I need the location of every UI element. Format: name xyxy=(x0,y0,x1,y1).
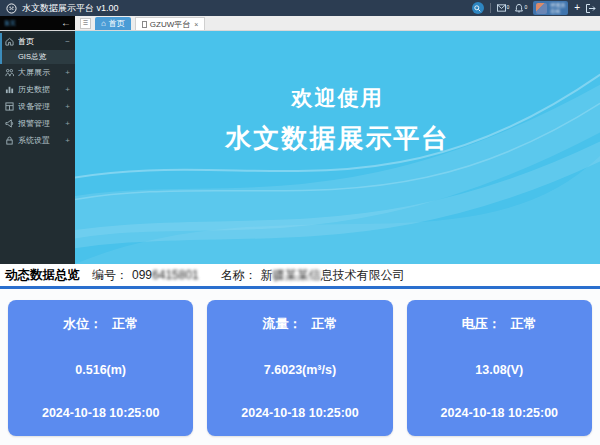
sidebar-subitem-label: GIS总览 xyxy=(18,52,46,62)
card-value: 7.6023(m³/s) xyxy=(207,363,392,377)
new-tab-button[interactable]: + xyxy=(574,3,580,13)
welcome-message: 欢迎使用 水文数据展示平台 xyxy=(75,31,600,156)
status-badge: 正常 xyxy=(511,316,537,331)
tab-home[interactable]: ⌂ 首页 xyxy=(95,17,131,30)
water-level-card[interactable]: 水位：正常 0.516(m) 2024-10-18 10:25:00 xyxy=(8,300,193,436)
sidebar-header-label: 首页 xyxy=(4,19,16,28)
alerts-button[interactable]: 0 xyxy=(515,4,527,13)
sidebar-item-label: 设备管理 xyxy=(18,101,61,112)
sidebar-item-alarms[interactable]: 报警管理 + xyxy=(0,115,75,132)
card-title: 水位：正常 xyxy=(8,315,193,333)
avatar xyxy=(536,3,547,14)
card-value: 0.516(m) xyxy=(8,363,193,377)
welcome-pane: 欢迎使用 水文数据展示平台 xyxy=(75,31,600,264)
search-icon xyxy=(474,5,481,12)
expand-icon: + xyxy=(65,119,70,128)
expand-icon: + xyxy=(65,68,70,77)
sidebar: 首页 − GIS总览 大屏展示 + 历史数据 + xyxy=(0,31,75,264)
envelope-icon xyxy=(497,4,506,12)
middle-region: 首页 − GIS总览 大屏展示 + 历史数据 + xyxy=(0,31,600,264)
home-icon xyxy=(5,37,14,46)
card-title: 流量：正常 xyxy=(207,315,392,333)
user-menu[interactable]: 管理员 在线 xyxy=(533,1,568,15)
tab-row: 首页 ← ☰ ⌂ 首页 GZUW平台 × xyxy=(0,16,600,31)
hamburger-icon: ☰ xyxy=(83,20,88,26)
logout-icon[interactable] xyxy=(586,4,596,13)
megaphone-icon xyxy=(5,119,14,128)
close-tab-icon[interactable]: × xyxy=(194,21,198,28)
tab-strip: ☰ ⌂ 首页 GZUW平台 × xyxy=(75,16,600,30)
card-timestamp: 2024-10-18 10:25:00 xyxy=(207,406,392,420)
document-icon xyxy=(142,21,147,28)
expand-icon: + xyxy=(65,85,70,94)
app-title: 水文数据展示平台 v1.00 xyxy=(22,2,119,15)
censored-name: 疆某某信 xyxy=(273,268,321,282)
censored-code: 6415801 xyxy=(152,268,199,282)
sidebar-item-label: 系统设置 xyxy=(18,135,61,146)
sidebar-item-settings[interactable]: 系统设置 + xyxy=(0,132,75,149)
table-icon xyxy=(5,102,14,111)
alerts-badge: 0 xyxy=(524,4,527,10)
station-code-label: 编号： xyxy=(92,267,128,284)
back-arrow-button[interactable]: ← xyxy=(61,18,71,28)
voltage-card[interactable]: 电压：正常 13.08(V) 2024-10-18 10:25:00 xyxy=(407,300,592,436)
welcome-line2: 水文数据展示平台 xyxy=(75,121,600,156)
sidebar-item-label: 历史数据 xyxy=(18,84,61,95)
sidebar-item-home[interactable]: 首页 − xyxy=(2,33,75,50)
user-info: 管理员 在线 xyxy=(550,2,565,14)
sidebar-item-history[interactable]: 历史数据 + xyxy=(0,81,75,98)
sidebar-group-home: 首页 − GIS总览 xyxy=(0,33,75,64)
card-value: 13.08(V) xyxy=(407,363,592,377)
card-title: 电压：正常 xyxy=(407,315,592,333)
app-logo-icon xyxy=(6,3,17,14)
welcome-line1: 欢迎使用 xyxy=(75,84,600,112)
expand-icon: + xyxy=(65,136,70,145)
sidebar-item-label: 大屏展示 xyxy=(18,67,61,78)
card-timestamp: 2024-10-18 10:25:00 xyxy=(8,406,193,420)
station-code-value: 0996415801 xyxy=(132,268,199,282)
messages-button[interactable]: 0 xyxy=(497,4,510,12)
user-role: 在线 xyxy=(550,8,565,14)
sidebar-item-devices[interactable]: 设备管理 + xyxy=(0,98,75,115)
screen-icon xyxy=(5,68,14,77)
sidebar-item-bigscreen[interactable]: 大屏展示 + xyxy=(0,64,75,81)
station-info-bar: 动态数据总览 编号： 0996415801 名称： 新疆某某信息技术有限公司 xyxy=(0,264,600,286)
card-timestamp: 2024-10-18 10:25:00 xyxy=(407,406,592,420)
status-badge: 正常 xyxy=(112,316,138,331)
bar-chart-icon xyxy=(5,85,14,94)
status-badge: 正常 xyxy=(311,316,337,331)
collapse-icon: − xyxy=(65,37,70,46)
sidebar-item-gis-overview[interactable]: GIS总览 xyxy=(2,50,75,64)
expand-icon: + xyxy=(65,102,70,111)
station-name-value: 新疆某某信息技术有限公司 xyxy=(261,267,405,284)
search-button[interactable] xyxy=(472,2,484,14)
messages-badge: 0 xyxy=(507,4,510,10)
lock-icon xyxy=(5,136,14,145)
flow-rate-card[interactable]: 流量：正常 7.6023(m³/s) 2024-10-18 10:25:00 xyxy=(207,300,392,436)
section-title: 动态数据总览 xyxy=(5,267,80,284)
topbar-separator xyxy=(490,3,491,13)
sidebar-item-label: 报警管理 xyxy=(18,118,61,129)
collapse-sidebar-button[interactable]: ☰ xyxy=(80,18,91,29)
station-name-label: 名称： xyxy=(221,267,257,284)
top-bar: 水文数据展示平台 v1.00 0 0 管理员 xyxy=(0,0,600,16)
sidebar-item-label: 首页 xyxy=(18,36,61,47)
bell-icon xyxy=(515,4,523,13)
tab-gzuw[interactable]: GZUW平台 × xyxy=(135,17,206,30)
home-icon: ⌂ xyxy=(101,19,106,28)
status-cards: 水位：正常 0.516(m) 2024-10-18 10:25:00 流量：正常… xyxy=(0,289,600,445)
tab-home-label: 首页 xyxy=(109,18,125,29)
sidebar-header: 首页 ← xyxy=(0,16,75,30)
tab-gzuw-label: GZUW平台 xyxy=(150,19,190,30)
